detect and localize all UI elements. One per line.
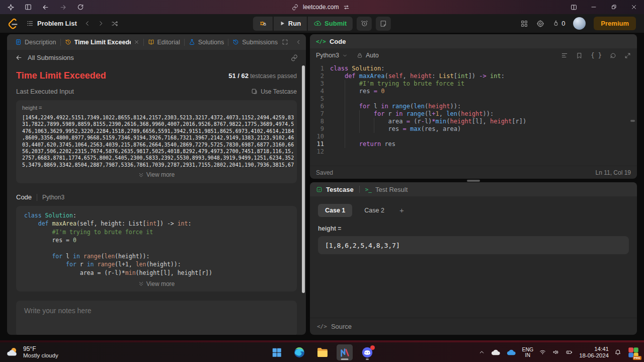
view-more-input-button[interactable]: View more (22, 168, 291, 181)
tab-testcase[interactable]: Testcase (326, 186, 354, 193)
testcase-param-input[interactable] (318, 236, 629, 254)
code-editor[interactable]: 123456789101112 class Solution: def maxA… (310, 62, 637, 166)
code-panel-icon: </> (316, 38, 326, 45)
chevron-down-icon (342, 53, 348, 58)
taskbar: 95°F Mostly cloudy ENGIN 14:4118-06-2024… (0, 342, 644, 362)
timer-button[interactable] (357, 17, 372, 31)
submission-status: Time Limit Exceeded (16, 70, 106, 81)
fullscreen-icon[interactable] (282, 39, 288, 45)
taskbar-weather-widget[interactable]: 95°F Mostly cloudy (5, 346, 58, 359)
streak-counter[interactable]: 0 (552, 20, 565, 27)
preview-app-icon[interactable]: PRE (627, 346, 640, 359)
submit-button[interactable]: Submit (308, 17, 353, 31)
next-problem-icon[interactable] (98, 20, 104, 27)
split-window-icon[interactable] (564, 0, 584, 14)
maximize-editor-icon[interactable] (624, 52, 631, 59)
prev-problem-icon[interactable] (84, 20, 91, 27)
minimize-button[interactable] (584, 0, 604, 14)
premium-button[interactable]: Premium (594, 17, 636, 30)
share-link-icon[interactable] (291, 54, 298, 61)
avatar[interactable] (573, 17, 586, 30)
submitted-code[interactable]: class Solution: def maxArea(self, height… (24, 212, 289, 277)
language-selector[interactable]: Python3 (316, 52, 339, 59)
address-bar[interactable]: leetcode.com (292, 0, 350, 14)
close-tab-icon[interactable] (134, 39, 139, 45)
cloud-status-icon[interactable] (491, 348, 501, 356)
hidden-icons-chevron[interactable] (478, 349, 485, 355)
tab-submissions[interactable]: Submissions (228, 39, 282, 46)
editor-code[interactable]: class Solution: def maxArea(self, height… (330, 65, 637, 156)
sidebar-toggle-icon[interactable] (25, 4, 32, 11)
restore-button[interactable] (604, 0, 624, 14)
app-header: Problem List Run Submit 0 (0, 14, 644, 33)
submission-detail: Time Limit Exceeded 51 / 62 testcases pa… (7, 65, 306, 335)
notes-button[interactable] (376, 17, 391, 31)
testcases-passed: 51 / 62 testcases passed (228, 72, 297, 80)
notification-bell-icon[interactable] (614, 349, 621, 356)
use-testcase-button[interactable]: Use Testcase (251, 88, 297, 95)
settings-gear-icon[interactable] (536, 20, 544, 28)
autocomplete-toggle[interactable]: Auto (366, 52, 379, 59)
all-submissions-link[interactable]: All Submissions (28, 54, 74, 61)
snippets-icon[interactable]: { } (591, 52, 602, 59)
language-indicator[interactable]: ENGIN (522, 347, 533, 358)
editor-scrollbar[interactable] (630, 120, 635, 122)
left-panel-scrollbar[interactable] (302, 65, 305, 293)
weather-desc: Mostly cloudy (23, 352, 58, 359)
notes-input[interactable]: Write your notes here (16, 301, 297, 335)
bookmark-icon[interactable] (576, 52, 583, 59)
panel-resize-handle[interactable] (467, 180, 480, 182)
view-more-code-button[interactable]: View more (24, 277, 289, 291)
description-icon (15, 39, 22, 45)
layout-grid-icon[interactable] (520, 20, 528, 28)
file-explorer-icon[interactable] (314, 344, 330, 360)
flame-icon (552, 20, 559, 27)
back-arrow-icon[interactable] (15, 54, 23, 61)
back-icon[interactable] (42, 4, 49, 11)
executed-input-box: height = [1454,2249,4922,5151,7349,1022,… (16, 100, 297, 183)
cursor-position: Ln 11, Col 19 (596, 169, 631, 176)
source-footer[interactable]: </> Source (310, 318, 637, 335)
reset-code-icon[interactable] (610, 52, 616, 59)
volume-icon[interactable] (552, 349, 559, 355)
last-executed-input-label: Last Executed Input (16, 88, 74, 95)
tab-test-result[interactable]: Test Result (375, 186, 408, 193)
window-titlebar: leetcode.com (0, 0, 644, 14)
start-button[interactable] (269, 344, 285, 360)
format-code-icon[interactable] (561, 52, 568, 59)
forward-icon[interactable] (59, 4, 67, 11)
case-1-tab[interactable]: Case 1 (318, 204, 352, 217)
close-button[interactable] (624, 0, 644, 14)
weather-temp: 95°F (23, 346, 58, 352)
code-section-title: Code (16, 193, 32, 201)
wifi-icon[interactable] (539, 349, 546, 355)
flask-icon (189, 39, 195, 45)
date: 18-06-2024 (579, 352, 609, 359)
shuffle-icon[interactable] (111, 20, 118, 27)
reload-icon[interactable] (77, 4, 84, 11)
onedrive-icon[interactable] (506, 348, 516, 356)
left-panel-tabbar: Description Time Limit Exceeded Editoria… (7, 34, 306, 50)
app-logo-icon (7, 4, 15, 11)
clock-widget[interactable]: 14:4118-06-2024 (579, 346, 609, 359)
testcase-check-icon (316, 186, 323, 193)
discord-icon[interactable] (359, 344, 375, 360)
run-button[interactable]: Run (274, 17, 308, 31)
case-2-tab[interactable]: Case 2 (357, 204, 391, 217)
collapse-panel-icon[interactable] (295, 39, 302, 45)
battery-icon[interactable] (565, 349, 574, 355)
tab-solutions[interactable]: Solutions (185, 39, 228, 46)
lock-icon (357, 52, 363, 58)
add-case-button[interactable]: + (396, 203, 407, 218)
tab-editorial[interactable]: Editorial (144, 39, 184, 46)
input-array-value[interactable]: [1454,2249,4922,5151,7349,1022,8655,8124… (22, 114, 291, 168)
tab-description[interactable]: Description (11, 39, 60, 46)
edge-browser-icon[interactable] (291, 344, 307, 360)
active-app-icon[interactable] (337, 344, 353, 360)
leetcode-logo-icon[interactable] (8, 18, 19, 30)
url-text: leetcode.com (303, 4, 339, 11)
debug-button[interactable] (253, 17, 274, 31)
tab-time-limit-exceeded[interactable]: Time Limit Exceeded (61, 39, 143, 46)
swap-arrows-icon[interactable] (343, 4, 350, 11)
problem-list-button[interactable]: Problem List (26, 20, 77, 27)
